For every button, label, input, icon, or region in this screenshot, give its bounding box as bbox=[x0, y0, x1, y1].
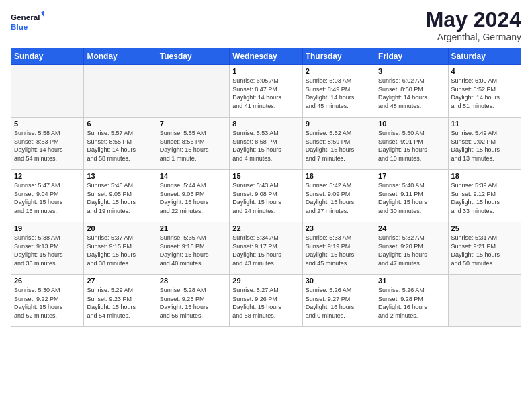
table-row: 8Sunrise: 5:53 AM Sunset: 8:58 PM Daylig… bbox=[230, 118, 302, 170]
svg-text:General: General bbox=[11, 13, 40, 21]
table-row: 19Sunrise: 5:38 AM Sunset: 9:13 PM Dayli… bbox=[11, 222, 84, 275]
table-row: 17Sunrise: 5:40 AM Sunset: 9:11 PM Dayli… bbox=[375, 170, 448, 222]
table-row: 15Sunrise: 5:43 AM Sunset: 9:08 PM Dayli… bbox=[230, 170, 302, 222]
day-number: 17 bbox=[378, 172, 445, 180]
day-info: Sunrise: 5:38 AM Sunset: 9:13 PM Dayligh… bbox=[14, 234, 81, 267]
table-row: 5Sunrise: 5:58 AM Sunset: 8:53 PM Daylig… bbox=[11, 118, 84, 170]
day-info: Sunrise: 5:29 AM Sunset: 9:23 PM Dayligh… bbox=[87, 286, 153, 320]
calendar: Sunday Monday Tuesday Wednesday Thursday… bbox=[11, 48, 521, 327]
day-info: Sunrise: 5:28 AM Sunset: 9:25 PM Dayligh… bbox=[160, 286, 226, 320]
col-wednesday: Wednesday bbox=[230, 48, 302, 65]
day-number: 20 bbox=[87, 224, 153, 232]
day-number: 22 bbox=[232, 224, 299, 232]
table-row: 16Sunrise: 5:42 AM Sunset: 9:09 PM Dayli… bbox=[302, 170, 375, 222]
day-number: 6 bbox=[87, 120, 153, 128]
day-info: Sunrise: 5:34 AM Sunset: 9:17 PM Dayligh… bbox=[232, 234, 299, 267]
table-row: 1Sunrise: 6:05 AM Sunset: 8:47 PM Daylig… bbox=[230, 65, 302, 118]
table-row: 20Sunrise: 5:37 AM Sunset: 9:15 PM Dayli… bbox=[84, 222, 157, 275]
day-info: Sunrise: 5:30 AM Sunset: 9:22 PM Dayligh… bbox=[14, 286, 81, 320]
day-number: 9 bbox=[306, 120, 372, 128]
day-info: Sunrise: 5:33 AM Sunset: 9:19 PM Dayligh… bbox=[306, 234, 372, 267]
day-info: Sunrise: 5:42 AM Sunset: 9:09 PM Dayligh… bbox=[306, 181, 372, 215]
day-number: 31 bbox=[378, 277, 445, 285]
day-info: Sunrise: 5:46 AM Sunset: 9:05 PM Dayligh… bbox=[87, 181, 153, 215]
month-title: May 2024 bbox=[426, 8, 521, 32]
day-number: 4 bbox=[451, 67, 518, 75]
week-row-4: 26Sunrise: 5:30 AM Sunset: 9:22 PM Dayli… bbox=[11, 275, 521, 327]
table-row: 25Sunrise: 5:31 AM Sunset: 9:21 PM Dayli… bbox=[448, 222, 521, 275]
table-row: 24Sunrise: 5:32 AM Sunset: 9:20 PM Dayli… bbox=[375, 222, 448, 275]
table-row: 28Sunrise: 5:28 AM Sunset: 9:25 PM Dayli… bbox=[157, 275, 229, 327]
day-info: Sunrise: 6:02 AM Sunset: 8:50 PM Dayligh… bbox=[378, 77, 445, 110]
day-info: Sunrise: 5:35 AM Sunset: 9:16 PM Dayligh… bbox=[160, 234, 226, 267]
table-row: 22Sunrise: 5:34 AM Sunset: 9:17 PM Dayli… bbox=[230, 222, 302, 275]
day-info: Sunrise: 5:47 AM Sunset: 9:04 PM Dayligh… bbox=[14, 181, 81, 215]
day-info: Sunrise: 5:37 AM Sunset: 9:15 PM Dayligh… bbox=[87, 234, 153, 267]
day-info: Sunrise: 5:44 AM Sunset: 9:06 PM Dayligh… bbox=[160, 181, 226, 215]
table-row: 29Sunrise: 5:27 AM Sunset: 9:26 PM Dayli… bbox=[230, 275, 302, 327]
day-info: Sunrise: 5:52 AM Sunset: 8:59 PM Dayligh… bbox=[306, 129, 372, 163]
day-number: 1 bbox=[232, 67, 299, 75]
day-number: 15 bbox=[232, 172, 299, 180]
day-info: Sunrise: 5:26 AM Sunset: 9:27 PM Dayligh… bbox=[306, 286, 372, 320]
table-row bbox=[448, 275, 521, 327]
day-info: Sunrise: 6:05 AM Sunset: 8:47 PM Dayligh… bbox=[232, 77, 299, 110]
day-info: Sunrise: 5:53 AM Sunset: 8:58 PM Dayligh… bbox=[232, 129, 299, 163]
day-info: Sunrise: 5:27 AM Sunset: 9:26 PM Dayligh… bbox=[232, 286, 299, 320]
day-info: Sunrise: 5:55 AM Sunset: 8:56 PM Dayligh… bbox=[160, 129, 226, 163]
page: General Blue May 2024 Argenthal, Germany… bbox=[0, 0, 532, 411]
week-row-3: 19Sunrise: 5:38 AM Sunset: 9:13 PM Dayli… bbox=[11, 222, 521, 275]
day-info: Sunrise: 5:57 AM Sunset: 8:55 PM Dayligh… bbox=[87, 129, 153, 163]
table-row: 6Sunrise: 5:57 AM Sunset: 8:55 PM Daylig… bbox=[84, 118, 157, 170]
day-info: Sunrise: 5:50 AM Sunset: 9:01 PM Dayligh… bbox=[378, 129, 445, 163]
table-row: 27Sunrise: 5:29 AM Sunset: 9:23 PM Dayli… bbox=[84, 275, 157, 327]
day-number: 11 bbox=[451, 120, 518, 128]
day-number: 27 bbox=[87, 277, 153, 285]
day-info: Sunrise: 5:43 AM Sunset: 9:08 PM Dayligh… bbox=[232, 181, 299, 215]
table-row bbox=[157, 65, 229, 118]
day-info: Sunrise: 5:58 AM Sunset: 8:53 PM Dayligh… bbox=[14, 129, 81, 163]
header: General Blue May 2024 Argenthal, Germany bbox=[11, 8, 521, 42]
col-friday: Friday bbox=[375, 48, 448, 65]
day-number: 21 bbox=[160, 224, 226, 232]
table-row: 26Sunrise: 5:30 AM Sunset: 9:22 PM Dayli… bbox=[11, 275, 84, 327]
day-number: 10 bbox=[378, 120, 445, 128]
day-info: Sunrise: 5:39 AM Sunset: 9:12 PM Dayligh… bbox=[451, 181, 518, 215]
table-row: 31Sunrise: 5:26 AM Sunset: 9:28 PM Dayli… bbox=[375, 275, 448, 327]
day-number: 8 bbox=[232, 120, 299, 128]
day-number: 7 bbox=[160, 120, 226, 128]
table-row: 10Sunrise: 5:50 AM Sunset: 9:01 PM Dayli… bbox=[375, 118, 448, 170]
col-sunday: Sunday bbox=[11, 48, 84, 65]
col-tuesday: Tuesday bbox=[157, 48, 229, 65]
day-info: Sunrise: 5:49 AM Sunset: 9:02 PM Dayligh… bbox=[451, 129, 518, 163]
week-row-1: 5Sunrise: 5:58 AM Sunset: 8:53 PM Daylig… bbox=[11, 118, 521, 170]
svg-marker-2 bbox=[41, 10, 44, 19]
title-block: May 2024 Argenthal, Germany bbox=[426, 8, 521, 42]
table-row: 14Sunrise: 5:44 AM Sunset: 9:06 PM Dayli… bbox=[157, 170, 229, 222]
table-row: 18Sunrise: 5:39 AM Sunset: 9:12 PM Dayli… bbox=[448, 170, 521, 222]
day-number: 14 bbox=[160, 172, 226, 180]
calendar-header-row: Sunday Monday Tuesday Wednesday Thursday… bbox=[11, 48, 521, 65]
table-row: 12Sunrise: 5:47 AM Sunset: 9:04 PM Dayli… bbox=[11, 170, 84, 222]
svg-text:Blue: Blue bbox=[11, 22, 28, 31]
table-row: 3Sunrise: 6:02 AM Sunset: 8:50 PM Daylig… bbox=[375, 65, 448, 118]
table-row: 4Sunrise: 6:00 AM Sunset: 8:52 PM Daylig… bbox=[448, 65, 521, 118]
logo-svg: General Blue bbox=[11, 8, 44, 35]
week-row-0: 1Sunrise: 6:05 AM Sunset: 8:47 PM Daylig… bbox=[11, 65, 521, 118]
day-number: 13 bbox=[87, 172, 153, 180]
day-info: Sunrise: 6:00 AM Sunset: 8:52 PM Dayligh… bbox=[451, 77, 518, 110]
table-row: 2Sunrise: 6:03 AM Sunset: 8:49 PM Daylig… bbox=[302, 65, 375, 118]
col-saturday: Saturday bbox=[448, 48, 521, 65]
day-number: 23 bbox=[306, 224, 372, 232]
table-row: 23Sunrise: 5:33 AM Sunset: 9:19 PM Dayli… bbox=[302, 222, 375, 275]
table-row: 21Sunrise: 5:35 AM Sunset: 9:16 PM Dayli… bbox=[157, 222, 229, 275]
table-row: 7Sunrise: 5:55 AM Sunset: 8:56 PM Daylig… bbox=[157, 118, 229, 170]
day-number: 3 bbox=[378, 67, 445, 75]
day-number: 16 bbox=[306, 172, 372, 180]
day-number: 24 bbox=[378, 224, 445, 232]
day-number: 18 bbox=[451, 172, 518, 180]
location-subtitle: Argenthal, Germany bbox=[426, 32, 521, 42]
day-number: 25 bbox=[451, 224, 518, 232]
week-row-2: 12Sunrise: 5:47 AM Sunset: 9:04 PM Dayli… bbox=[11, 170, 521, 222]
day-number: 5 bbox=[14, 120, 81, 128]
